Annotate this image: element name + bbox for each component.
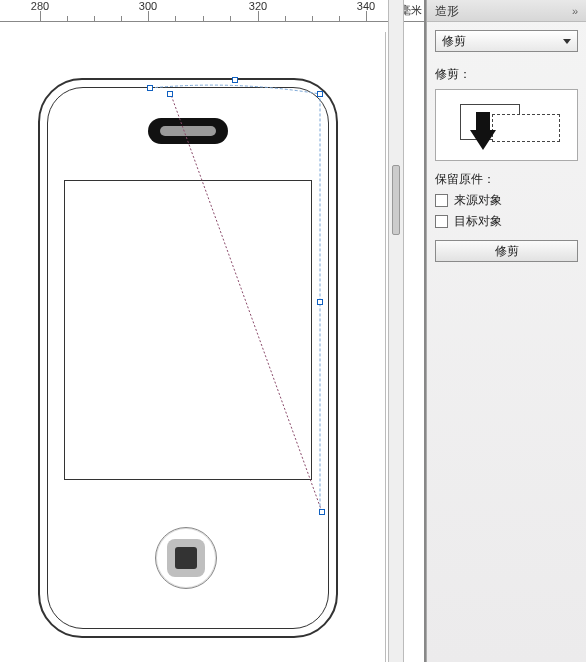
operation-preview (435, 89, 578, 161)
selection-node[interactable] (167, 91, 173, 97)
checkbox-source-row[interactable]: 来源对象 (435, 192, 578, 209)
panel-collapse-icon[interactable]: » (572, 0, 578, 22)
phone-screen[interactable] (64, 180, 312, 480)
trim-arrow-icon (470, 112, 498, 152)
canvas-area[interactable] (0, 22, 426, 662)
checkbox-source-label: 来源对象 (454, 192, 502, 209)
panel-titlebar: 造形 » (427, 0, 586, 22)
panel-title-text: 造形 (435, 0, 459, 22)
selection-handle[interactable] (232, 77, 238, 83)
shaping-panel: 造形 » 修剪 修剪： 保留原件： 来源对象 目标对象 修剪 (426, 0, 586, 662)
phone-speaker-slot (160, 126, 216, 136)
keep-originals-label: 保留原件： (435, 171, 578, 188)
selection-handle[interactable] (319, 509, 325, 515)
operation-select-value: 修剪 (442, 33, 466, 50)
selection-handle[interactable] (147, 85, 153, 91)
selection-handle[interactable] (317, 91, 323, 97)
selection-handle[interactable] (317, 299, 323, 305)
chevron-down-icon (563, 39, 571, 44)
scrollbar-thumb[interactable] (392, 165, 400, 235)
operation-select[interactable]: 修剪 (435, 30, 578, 52)
checkbox-target-row[interactable]: 目标对象 (435, 213, 578, 230)
panel-divider (388, 0, 404, 662)
home-button-square (175, 547, 197, 569)
apply-button-label: 修剪 (495, 243, 519, 260)
checkbox-target-label: 目标对象 (454, 213, 502, 230)
preview-label: 修剪： (435, 66, 578, 83)
svg-marker-1 (470, 112, 496, 150)
horizontal-ruler: 280 300 320 340 毫米 (0, 0, 426, 22)
apply-button[interactable]: 修剪 (435, 240, 578, 262)
checkbox-source[interactable] (435, 194, 448, 207)
checkbox-target[interactable] (435, 215, 448, 228)
